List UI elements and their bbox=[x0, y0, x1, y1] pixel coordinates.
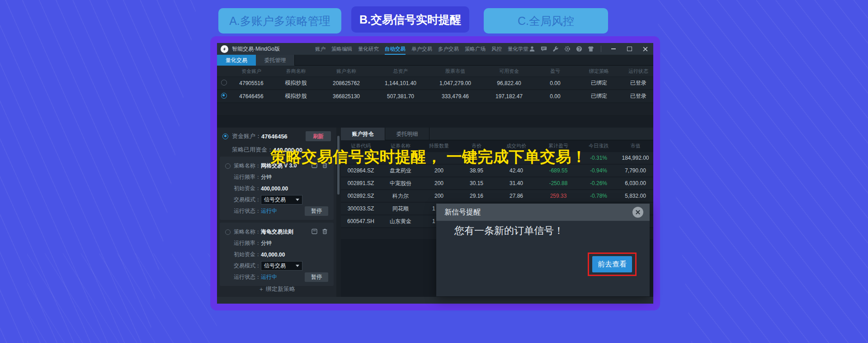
cell-value: 184,992.00 bbox=[618, 155, 653, 161]
strategy-mode-line: 交易模式： 信号交易 bbox=[225, 260, 328, 272]
edit-note-icon[interactable] bbox=[311, 228, 318, 235]
cell-qty: 200 bbox=[420, 193, 458, 199]
trade-mode-select[interactable]: 信号交易 bbox=[261, 195, 302, 205]
dialog-title: 新信号提醒 bbox=[444, 208, 481, 217]
positions-tab-bar: 账户持仓 委托明细 bbox=[341, 128, 653, 140]
strategy-card-turtle: 策略名称： 海龟交易法则 运行频率： 分钟 初始资金： 40,000.00 交易… bbox=[220, 223, 334, 286]
menu-item-risk[interactable]: 风控 bbox=[491, 43, 502, 55]
dialog-close-icon[interactable] bbox=[632, 207, 643, 218]
account-radio[interactable] bbox=[221, 80, 227, 86]
cell-change: -0.78% bbox=[580, 193, 618, 199]
menu-item-strategy-plaza[interactable]: 策略广场 bbox=[465, 43, 486, 55]
fund-account-line: 资金账户： 47646456 bbox=[222, 132, 288, 140]
cell-stock-value: 333,479.46 bbox=[428, 93, 482, 100]
subtab-label: 委托管理 bbox=[264, 57, 286, 64]
subtab-quant-trading[interactable]: 量化交易 bbox=[217, 55, 256, 66]
accounts-table-header: 资金账户 券商名称 账户名称 总资产 股票市值 可用资金 盈亏 绑定策略 运行状… bbox=[217, 66, 653, 76]
pause-button[interactable]: 暂停 bbox=[305, 272, 328, 282]
col-broker-name: 券商名称 bbox=[272, 68, 320, 75]
menu-item-quant-school[interactable]: 量化学堂 bbox=[508, 43, 528, 55]
pause-label: 暂停 bbox=[311, 273, 322, 281]
mode-label: 交易模式： bbox=[234, 262, 261, 270]
minimize-button[interactable] bbox=[608, 43, 619, 54]
cell-pnl: -689.55 bbox=[537, 167, 580, 174]
cell-total-assets: 507,381.70 bbox=[373, 93, 428, 100]
wrench-icon[interactable] bbox=[552, 46, 559, 52]
cell-stock-value: 1,047,279.00 bbox=[428, 80, 482, 86]
user-icon[interactable] bbox=[528, 46, 535, 52]
menu-item-auto-trade[interactable]: 自动交易 bbox=[385, 43, 406, 55]
cell-code: 300033.SZ bbox=[341, 205, 381, 212]
menu-item-accounts[interactable]: 账户 bbox=[315, 43, 326, 55]
cell-total-assets: 1,144,101.40 bbox=[373, 80, 428, 86]
page: A.多账户多策略管理 B.交易信号实时提醒 C.全局风控 智能交易·MindGo… bbox=[0, 0, 868, 343]
cell-code: 002864.SZ bbox=[341, 167, 381, 174]
cell-price: 30.15 bbox=[458, 180, 495, 186]
account-row[interactable]: 47905516 模拟炒股 208625762 1,144,101.40 1,0… bbox=[217, 77, 653, 89]
fund-account-value: 47646456 bbox=[261, 133, 288, 140]
refresh-button[interactable]: 刷新 bbox=[306, 131, 331, 141]
strategy-capital-line: 初始资金： 40,000.00 bbox=[225, 249, 328, 260]
bind-new-strategy-button[interactable]: ＋ 绑定新策略 bbox=[217, 285, 336, 293]
fund-account-radio[interactable] bbox=[222, 133, 228, 139]
freq-label: 运行频率： bbox=[234, 173, 261, 181]
status-label: 运行状态： bbox=[234, 207, 261, 215]
cell-bound-strategy: 已绑定 bbox=[575, 79, 623, 87]
strategy-radio[interactable] bbox=[225, 229, 231, 235]
capital-label: 初始资金： bbox=[234, 185, 261, 192]
new-signal-dialog: 新信号提醒 您有一条新的订单信号！ 前去查看 bbox=[436, 204, 650, 296]
cell-avg: 42.40 bbox=[495, 167, 537, 174]
cell-name: 中宠股份 bbox=[381, 180, 420, 187]
position-row: 002892.SZ 科力尔 200 29.16 27.86 259.33 -0.… bbox=[341, 190, 653, 202]
cell-pnl: 0.00 bbox=[536, 93, 575, 100]
menu-item-quant-research[interactable]: 量化研究 bbox=[358, 43, 379, 55]
cell-name: 同花顺 bbox=[381, 205, 420, 213]
pause-label: 暂停 bbox=[311, 207, 322, 215]
freq-label: 运行频率： bbox=[234, 239, 261, 247]
status-label: 运行状态： bbox=[234, 273, 261, 281]
cell-price: 29.16 bbox=[458, 193, 495, 199]
cell-name: 盘龙药业 bbox=[381, 167, 420, 175]
banner-tab-signal-alert[interactable]: B.交易信号实时提醒 bbox=[351, 6, 469, 33]
capital-value: 400,000.00 bbox=[261, 186, 288, 192]
help-icon[interactable] bbox=[576, 46, 582, 52]
strategy-radio[interactable] bbox=[225, 163, 231, 169]
account-radio-selected[interactable] bbox=[221, 93, 227, 99]
pause-button[interactable]: 暂停 bbox=[305, 206, 328, 216]
maximize-button[interactable] bbox=[624, 43, 635, 54]
col-total-assets: 总资产 bbox=[373, 68, 428, 75]
gear-icon[interactable] bbox=[564, 46, 571, 52]
tab-account-positions[interactable]: 账户持仓 bbox=[341, 128, 385, 140]
skin-icon[interactable] bbox=[587, 46, 594, 52]
cell-avg: 27.86 bbox=[495, 193, 537, 199]
col-bound-strategy: 绑定策略 bbox=[575, 68, 623, 75]
banner-tab-risk-control[interactable]: C.全局风控 bbox=[484, 8, 608, 33]
message-icon[interactable] bbox=[540, 46, 547, 52]
subtab-bar: 量化交易 委托管理 bbox=[217, 55, 653, 66]
menu-item-multi-trade[interactable]: 多户交易 bbox=[438, 43, 459, 55]
cell-pnl: 0.00 bbox=[536, 80, 575, 86]
strategy-name-value: 海龟交易法则 bbox=[261, 228, 293, 236]
mode-value: 信号交易 bbox=[264, 262, 286, 270]
col-available-funds: 可用资金 bbox=[482, 68, 536, 75]
go-view-button[interactable]: 前去查看 bbox=[592, 256, 632, 272]
subtab-entrust-management[interactable]: 委托管理 bbox=[256, 55, 295, 66]
banner-tab-multi-account[interactable]: A.多账户多策略管理 bbox=[218, 8, 341, 33]
strategy-status-line: 运行状态： 运行中 暂停 bbox=[225, 272, 328, 283]
cell-code: 002891.SZ bbox=[341, 180, 381, 186]
strategy-freq-line: 运行频率： 分钟 bbox=[225, 172, 328, 183]
cell-value: 7,790.00 bbox=[618, 167, 653, 174]
account-row-selected[interactable]: 47646456 模拟炒股 366825130 507,381.70 333,4… bbox=[217, 90, 653, 102]
tab-entrust-detail[interactable]: 委托明细 bbox=[385, 128, 429, 140]
menu-item-single-trade[interactable]: 单户交易 bbox=[411, 43, 432, 55]
close-button[interactable] bbox=[640, 43, 651, 54]
delete-trash-icon[interactable] bbox=[321, 228, 328, 235]
cell-available-funds: 96,822.40 bbox=[482, 80, 536, 86]
window-bottom-bar bbox=[217, 297, 653, 304]
menu-item-strategy-edit[interactable]: 策略编辑 bbox=[331, 43, 352, 55]
main-menu: 账户 策略编辑 量化研究 自动交易 单户交易 多户交易 策略广场 风控 量化学堂 bbox=[315, 43, 528, 55]
cell-account-name: 366825130 bbox=[320, 93, 373, 100]
chevron-down-icon bbox=[296, 265, 299, 267]
trade-mode-select[interactable]: 信号交易 bbox=[261, 261, 302, 271]
col-account-name: 账户名称 bbox=[320, 68, 373, 75]
